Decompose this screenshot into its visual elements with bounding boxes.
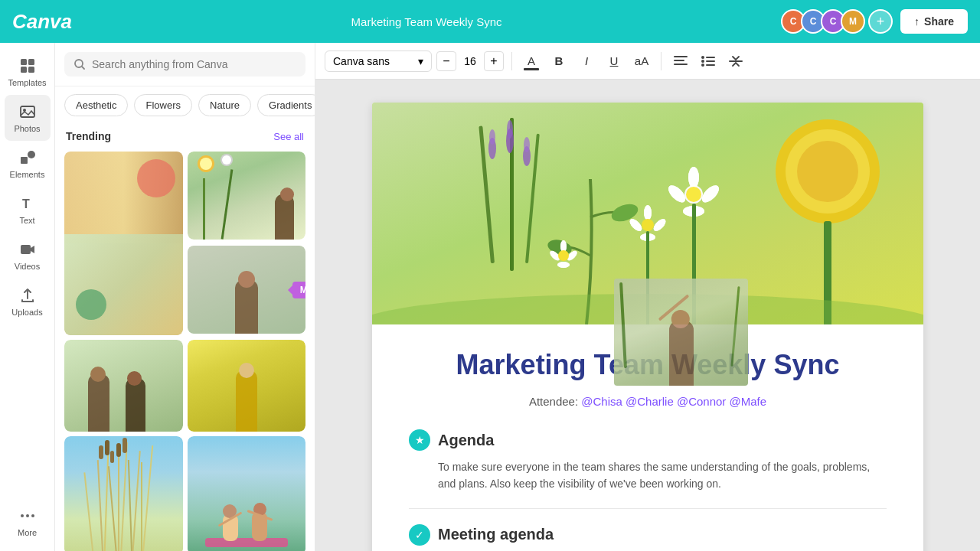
text-color-icon: A [528,54,535,67]
photos-grid: Mafe [55,148,315,551]
svg-rect-23 [729,60,743,62]
upload-icon [18,286,37,305]
svg-point-69 [558,250,569,261]
photo-item-reeds[interactable] [64,436,183,551]
canvas-area: Canva sans ▾ − 16 + A B I U aA [315,43,980,551]
meeting-agenda-title: Meeting agenda [438,526,554,543]
dots-icon [18,507,37,525]
agenda-title: Agenda [438,432,494,449]
svg-point-44 [644,205,652,220]
grid-icon [18,57,37,75]
svg-rect-18 [706,57,715,58]
svg-point-48 [642,219,654,231]
svg-rect-14 [674,56,688,57]
svg-point-17 [701,56,704,59]
dragged-photo-overlay [614,279,748,386]
top-header: Canva Marketing Team Weekly Sync C C C M… [0,0,980,43]
sidebar-photos-label: Photos [14,124,40,133]
text-color-button[interactable]: A [520,50,543,73]
svg-rect-1 [28,59,34,65]
collaborator-avatars: C C C M + [781,9,893,34]
svg-rect-0 [21,59,27,65]
see-all-link[interactable]: See all [273,131,304,142]
search-input[interactable] [92,58,296,70]
search-icon [74,58,86,70]
svg-rect-15 [674,60,684,61]
increase-font-size-button[interactable]: + [484,51,504,71]
sidebar-text-label: Text [19,216,34,225]
svg-rect-16 [674,64,688,65]
add-collaborator-button[interactable]: + [868,9,893,34]
share-button[interactable]: ↑ Share [900,9,968,34]
bold-button[interactable]: B [547,50,570,73]
category-gradients[interactable]: Gradients [257,94,315,116]
sidebar-uploads-label: Uploads [11,308,42,317]
header-right: C C C M + ↑ Share [781,9,968,34]
photo-item-yoga[interactable] [188,436,306,551]
search-input-wrap[interactable] [64,52,305,77]
svg-point-38 [686,187,701,202]
svg-point-11 [26,514,29,517]
sidebar-icons: Templates Photos Elements [0,43,55,551]
sidebar-item-uploads[interactable]: Uploads [5,279,51,324]
sidebar-item-elements[interactable]: Elements [5,141,51,187]
sidebar-item-templates[interactable]: Templates [5,49,51,95]
category-flowers[interactable]: Flowers [134,94,192,116]
photo-item-woman-outdoors[interactable]: Mafe [188,246,306,334]
svg-point-7 [28,151,35,158]
svg-point-67 [557,262,570,268]
canva-logo: Canva [12,10,72,34]
meeting-agenda-header: ✓ Meeting agenda [409,524,887,546]
sidebar-templates-label: Templates [8,78,46,87]
align-button[interactable] [669,50,692,73]
sidebar-more-label: More [18,528,37,537]
photo-icon [18,103,37,121]
avatar-4: M [841,9,865,34]
svg-point-58 [524,137,530,152]
text-icon: T [18,194,37,213]
agenda-header: ★ Agenda [409,429,887,451]
photo-item-woman-yellow[interactable] [188,340,306,432]
font-selector[interactable]: Canva sans ▾ [325,51,432,72]
svg-point-10 [21,514,24,517]
svg-point-34 [688,167,699,188]
svg-point-19 [701,60,704,63]
section-divider [409,508,887,509]
sidebar-item-videos[interactable]: Videos [5,233,51,279]
category-aesthetic[interactable]: Aesthetic [64,94,128,116]
mafe-tooltip: Mafe [292,282,305,298]
document-title: Marketing Team Weekly Sync [351,15,502,28]
photo-item-woman-flowers[interactable] [188,152,306,240]
italic-button[interactable]: I [575,50,598,73]
case-button[interactable]: aA [630,50,653,73]
svg-rect-9 [21,245,31,254]
svg-rect-6 [21,157,28,164]
format-toolbar: Canva sans ▾ − 16 + A B I U aA [315,43,980,80]
sidebar-videos-label: Videos [15,262,40,271]
chevron-down-icon: ▾ [418,55,423,67]
trending-header: Trending See all [55,124,315,148]
agenda-description: To make sure everyone in the team shares… [409,458,887,493]
sidebar-item-text[interactable]: T Text [5,187,51,233]
sidebar-item-more[interactable]: More [5,499,51,545]
decrease-font-size-button[interactable]: − [436,51,456,71]
svg-text:T: T [22,197,30,210]
trending-title: Trending [66,130,111,142]
toolbar-divider-2 [661,52,662,70]
agenda-icon: ★ [409,429,430,451]
svg-rect-3 [28,67,34,73]
photo-item-two-women[interactable] [64,340,183,432]
category-nature[interactable]: Nature [198,94,251,116]
underline-button[interactable]: U [603,50,626,73]
svg-rect-2 [21,67,27,73]
agenda-section: ★ Agenda To make sure everyone in the te… [409,429,887,493]
dragged-photo-bg [614,279,748,386]
photo-item-food[interactable] [64,152,183,335]
toolbar-divider-1 [511,52,512,70]
doc-attendees: Attendee: @Chisa @Charlie @Connor @Mafe [409,395,887,408]
list-button[interactable] [697,50,720,73]
svg-rect-22 [706,64,715,66]
photos-panel: Aesthetic Flowers Nature Gradients › Tre… [55,43,315,551]
spacing-button[interactable] [724,50,747,73]
sidebar-item-photos[interactable]: Photos [5,95,51,141]
